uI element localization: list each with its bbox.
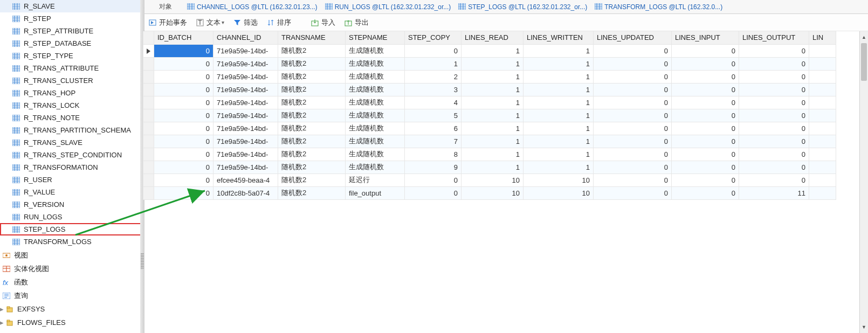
tree-table-r_transformation[interactable]: R_TRANSFORMATION [0, 161, 142, 174]
tree-table-r_trans_attribute[interactable]: R_TRANS_ATTRIBUTE [0, 62, 142, 74]
tree-schema-exfsys[interactable]: ▸EXFSYS [0, 303, 142, 315]
tree-table-r_trans_slave[interactable]: R_TRANS_SLAVE [0, 136, 142, 149]
sort-button[interactable]: 排序 [266, 18, 291, 27]
cell-lines_output[interactable]: 0 [739, 57, 809, 70]
tree-table-transform_logs[interactable]: TRANSFORM_LOGS [0, 235, 142, 248]
scroll-up-icon[interactable]: ▲ [860, 33, 868, 41]
table-row[interactable]: 071e9a59e-14bd-随机数2生成随机数711000 [143, 135, 836, 148]
cell-lines_input[interactable]: 0 [672, 148, 739, 161]
tab-1[interactable]: RUN_LOGS @LTL (162.32.01.232_or...) [325, 3, 451, 11]
cell-lin_[interactable] [809, 70, 836, 83]
cell-lines_output[interactable]: 0 [739, 70, 809, 83]
cell-step_copy[interactable]: 3 [405, 83, 461, 96]
cell-lines_updated[interactable]: 0 [594, 83, 672, 96]
cell-channel_id[interactable]: efcee459-beaa-4 [213, 174, 278, 186]
cell-step_copy[interactable]: 7 [405, 135, 461, 148]
table-row[interactable]: 0efcee459-beaa-4随机数2延迟行01010000 [143, 174, 836, 186]
cell-lines_read[interactable]: 1 [461, 70, 523, 83]
cell-lines_updated[interactable]: 0 [594, 96, 672, 109]
cell-id_batch[interactable]: 0 [154, 83, 213, 96]
cell-id_batch[interactable]: 0 [154, 186, 213, 199]
rowhandle[interactable] [143, 148, 154, 161]
cell-lines_updated[interactable]: 0 [594, 186, 672, 199]
cell-lines_written[interactable]: 1 [523, 148, 594, 161]
cell-lines_input[interactable]: 0 [672, 186, 739, 199]
cell-lines_updated[interactable]: 0 [594, 109, 672, 122]
cell-lines_input[interactable]: 0 [672, 83, 739, 96]
tree-table-r_trans_step_condition[interactable]: R_TRANS_STEP_CONDITION [0, 149, 142, 161]
cell-id_batch[interactable]: 0 [154, 96, 213, 109]
cell-lin_[interactable] [809, 44, 836, 57]
tree-table-r_trans_partition_schema[interactable]: R_TRANS_PARTITION_SCHEMA [0, 124, 142, 136]
cell-lines_output[interactable]: 0 [739, 161, 809, 174]
cell-lin_[interactable] [809, 109, 836, 122]
cell-lines_written[interactable]: 10 [523, 174, 594, 186]
cell-lines_written[interactable]: 1 [523, 122, 594, 135]
rowhandle[interactable] [143, 186, 154, 199]
cell-step_copy[interactable]: 6 [405, 122, 461, 135]
cell-lines_written[interactable]: 1 [523, 83, 594, 96]
cell-lines_output[interactable]: 0 [739, 83, 809, 96]
cell-channel_id[interactable]: 71e9a59e-14bd- [213, 148, 278, 161]
cell-lines_read[interactable]: 1 [461, 122, 523, 135]
cell-stepname[interactable]: 生成随机数 [346, 96, 405, 109]
cell-transname[interactable]: 随机数2 [278, 122, 346, 135]
table-row[interactable]: 071e9a59e-14bd-随机数2生成随机数911000 [143, 161, 836, 174]
cell-channel_id[interactable]: 71e9a59e-14bd- [213, 70, 278, 83]
cell-step_copy[interactable]: 2 [405, 70, 461, 83]
cell-lines_written[interactable]: 1 [523, 44, 594, 57]
data-grid[interactable]: ID_BATCHCHANNEL_IDTRANSNAMESTEPNAMESTEP_… [143, 31, 836, 200]
cell-lines_output[interactable]: 0 [739, 96, 809, 109]
col-header-lines_read[interactable]: LINES_READ [461, 31, 523, 44]
cell-stepname[interactable]: 生成随机数 [346, 57, 405, 70]
filter-button[interactable]: 筛选 [233, 18, 258, 27]
cell-stepname[interactable]: 生成随机数 [346, 83, 405, 96]
cell-lines_input[interactable]: 0 [672, 109, 739, 122]
cell-channel_id[interactable]: 71e9a59e-14bd- [213, 122, 278, 135]
cell-channel_id[interactable]: 71e9a59e-14bd- [213, 109, 278, 122]
cell-transname[interactable]: 随机数2 [278, 109, 346, 122]
table-row[interactable]: 071e9a59e-14bd-随机数2生成随机数311000 [143, 83, 836, 96]
cell-lines_read[interactable]: 1 [461, 57, 523, 70]
cell-stepname[interactable]: 生成随机数 [346, 148, 405, 161]
tab-3[interactable]: TRANSFORM_LOGS @LTL (162.32.0...) [595, 3, 722, 11]
cell-step_copy[interactable]: 0 [405, 186, 461, 199]
tree-table-r_step_type[interactable]: R_STEP_TYPE [0, 50, 142, 62]
cell-lines_updated[interactable]: 0 [594, 135, 672, 148]
import-button[interactable]: 导入 [311, 18, 335, 27]
cell-step_copy[interactable]: 0 [405, 44, 461, 57]
cell-transname[interactable]: 随机数2 [278, 174, 346, 186]
rowhandle[interactable] [143, 70, 154, 83]
cell-stepname[interactable]: 生成随机数 [346, 161, 405, 174]
cell-step_copy[interactable]: 8 [405, 148, 461, 161]
cell-lines_updated[interactable]: 0 [594, 44, 672, 57]
cell-stepname[interactable]: 生成随机数 [346, 109, 405, 122]
cell-stepname[interactable]: 生成随机数 [346, 70, 405, 83]
cell-lin_[interactable] [809, 96, 836, 109]
tree-table-r_trans_hop[interactable]: R_TRANS_HOP [0, 87, 142, 99]
cell-lin_[interactable] [809, 186, 836, 199]
cell-lines_read[interactable]: 1 [461, 161, 523, 174]
rowhandle[interactable] [143, 122, 154, 135]
cell-transname[interactable]: 随机数2 [278, 96, 346, 109]
cell-channel_id[interactable]: 10df2c8b-5a07-4 [213, 186, 278, 199]
cell-lines_input[interactable]: 0 [672, 96, 739, 109]
cell-lines_input[interactable]: 0 [672, 44, 739, 57]
rowhandle[interactable] [143, 174, 154, 186]
rowhandle[interactable] [143, 135, 154, 148]
cell-transname[interactable]: 随机数2 [278, 186, 346, 199]
tree-table-r_slave[interactable]: R_SLAVE [0, 0, 142, 12]
cell-lines_input[interactable]: 0 [672, 174, 739, 186]
tab-0[interactable]: CHANNEL_LOGS @LTL (162.32.01.23...) [187, 3, 318, 11]
tree-table-r_trans_cluster[interactable]: R_TRANS_CLUSTER [0, 74, 142, 87]
table-row[interactable]: 071e9a59e-14bd-随机数2生成随机数611000 [143, 122, 836, 135]
rowhandle[interactable] [143, 44, 154, 57]
rowhandle[interactable] [143, 83, 154, 96]
cell-lines_written[interactable]: 10 [523, 186, 594, 199]
table-row[interactable]: 071e9a59e-14bd-随机数2生成随机数811000 [143, 148, 836, 161]
cell-lines_output[interactable]: 0 [739, 122, 809, 135]
cell-lin_[interactable] [809, 161, 836, 174]
cell-lines_input[interactable]: 0 [672, 161, 739, 174]
cell-id_batch[interactable]: 0 [154, 122, 213, 135]
cell-lines_written[interactable]: 1 [523, 161, 594, 174]
